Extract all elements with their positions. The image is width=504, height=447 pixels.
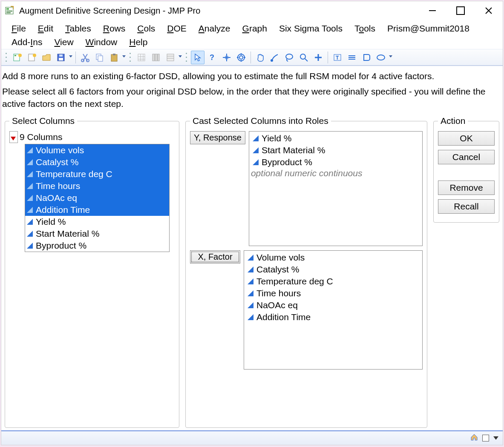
status-dropdown-icon[interactable] — [493, 436, 498, 440]
menu-addins[interactable]: Add-Ins — [6, 35, 48, 49]
x-item-label: Catalyst % — [256, 264, 299, 275]
column-item[interactable]: Temperature deg C — [25, 168, 169, 180]
recall-button[interactable]: Recall — [438, 199, 495, 214]
x-factor-list[interactable]: Volume volsCatalyst %Temperature deg CTi… — [244, 250, 423, 370]
toolbar-dropdown-4[interactable] — [389, 55, 393, 59]
close-button[interactable] — [475, 2, 503, 19]
menu-tools[interactable]: Tools — [348, 22, 381, 35]
brush-icon[interactable] — [268, 51, 282, 64]
column-label: Temperature deg C — [36, 168, 112, 180]
toolbar-grip-2[interactable] — [129, 52, 132, 63]
minimize-button[interactable] — [418, 2, 446, 19]
hand-icon[interactable] — [253, 51, 267, 64]
svg-point-26 — [239, 56, 243, 59]
action-legend: Action — [438, 116, 468, 126]
toolbar-grip-3[interactable] — [185, 52, 188, 63]
menu-graph[interactable]: Graph — [236, 22, 273, 35]
toolbar-dropdown-3[interactable] — [178, 55, 182, 59]
open-icon[interactable] — [40, 51, 53, 64]
y-item[interactable]: Start Material % — [251, 144, 420, 156]
status-checkbox[interactable] — [482, 435, 489, 441]
menu-view[interactable]: View — [48, 35, 79, 49]
arrow-tool-icon[interactable] — [191, 51, 204, 64]
menu-tables[interactable]: Tables — [59, 22, 97, 35]
content-area: Add 8 more runs to an existing 6-factor … — [1, 66, 503, 430]
columns-count-label: 9 Columns — [20, 132, 62, 142]
menu-file[interactable]: File — [6, 22, 32, 35]
shape-annot-icon[interactable] — [360, 51, 373, 64]
new-table-icon[interactable] — [11, 51, 24, 64]
menu-cols[interactable]: Cols — [131, 22, 161, 35]
continuous-icon — [248, 255, 253, 261]
home-icon[interactable] — [470, 433, 478, 443]
menu-six-sigma[interactable]: Six Sigma Tools — [273, 22, 348, 35]
x-item[interactable]: Volume vols — [246, 252, 420, 264]
cut-icon[interactable] — [78, 51, 92, 64]
menu-doe[interactable]: DOE — [161, 22, 193, 35]
remove-button[interactable]: Remove — [438, 181, 495, 195]
menu-window[interactable]: Window — [80, 35, 124, 49]
column-item[interactable]: Catalyst % — [25, 156, 169, 168]
toolbar-dropdown[interactable] — [69, 55, 73, 59]
column-item[interactable]: NaOAc eq — [25, 192, 169, 204]
ok-button[interactable]: OK — [438, 131, 495, 146]
column-item[interactable]: Time hours — [25, 180, 169, 192]
x-item[interactable]: NaOAc eq — [246, 299, 420, 311]
svg-point-29 — [300, 54, 305, 59]
menu-analyze[interactable]: Analyze — [193, 22, 236, 35]
save-icon[interactable] — [54, 51, 68, 64]
svg-point-8 — [33, 54, 36, 57]
instruction-line-2: Please select all 6 factors from your or… — [1, 86, 503, 113]
y-item[interactable]: Byproduct % — [251, 156, 420, 168]
new-script-icon[interactable] — [25, 51, 39, 64]
toolbar-grip[interactable] — [5, 52, 8, 63]
columns-list[interactable]: Volume volsCatalyst %Temperature deg CTi… — [25, 144, 170, 252]
oval-annot-icon[interactable] — [374, 51, 388, 64]
columns-disclosure[interactable]: 9 Columns — [9, 131, 175, 143]
y-item[interactable]: Yield % — [251, 132, 420, 144]
continuous-icon — [27, 147, 33, 153]
columns-icon[interactable] — [149, 51, 163, 64]
add-icon[interactable] — [311, 51, 325, 64]
maximize-button[interactable] — [446, 2, 475, 19]
column-item[interactable]: Volume vols — [25, 144, 169, 156]
paste-icon[interactable] — [107, 51, 121, 64]
column-item[interactable]: Byproduct % — [25, 240, 169, 252]
x-item[interactable]: Time hours — [246, 287, 420, 299]
menu-rows[interactable]: Rows — [97, 22, 132, 35]
menu-prism[interactable]: Prism@Summit2018 — [381, 22, 475, 35]
help-tool-icon[interactable]: ? — [205, 51, 219, 64]
text-annot-icon[interactable]: T — [331, 51, 344, 64]
crosshair-icon[interactable] — [220, 51, 233, 64]
continuous-icon — [27, 171, 33, 177]
cast-roles-legend: Cast Selected Columns into Roles — [190, 116, 331, 126]
column-item[interactable]: Yield % — [25, 216, 169, 228]
grid-icon[interactable] — [135, 51, 148, 64]
menu-edit[interactable]: Edit — [32, 22, 59, 35]
rows-icon[interactable] — [164, 51, 177, 64]
x-item[interactable]: Temperature deg C — [246, 275, 420, 287]
cancel-button[interactable]: Cancel — [438, 150, 495, 164]
target-icon[interactable] — [234, 51, 248, 64]
column-item[interactable]: Addition Time — [25, 204, 169, 216]
svg-point-6 — [18, 54, 22, 57]
toolbar-dropdown-2[interactable] — [122, 55, 126, 59]
x-item[interactable]: Catalyst % — [246, 264, 420, 275]
column-item[interactable]: Start Material % — [25, 228, 169, 240]
svg-rect-21 — [158, 54, 159, 61]
y-response-list[interactable]: Yield %Start Material %Byproduct %option… — [249, 131, 423, 246]
lasso-icon[interactable] — [282, 51, 296, 64]
toolbar: ? T — [1, 49, 503, 66]
continuous-icon — [253, 135, 259, 141]
continuous-icon — [27, 159, 33, 165]
zoom-icon[interactable] — [297, 51, 311, 64]
x-item[interactable]: Addition Time — [246, 311, 420, 323]
x-factor-button[interactable]: X, Factor — [190, 250, 240, 264]
menu-help[interactable]: Help — [123, 35, 153, 49]
continuous-icon — [248, 314, 253, 320]
column-label: Start Material % — [36, 228, 99, 240]
continuous-icon — [27, 195, 33, 201]
y-response-button[interactable]: Y, Response — [190, 131, 245, 144]
copy-icon[interactable] — [93, 51, 107, 64]
line-annot-icon[interactable] — [345, 51, 359, 64]
